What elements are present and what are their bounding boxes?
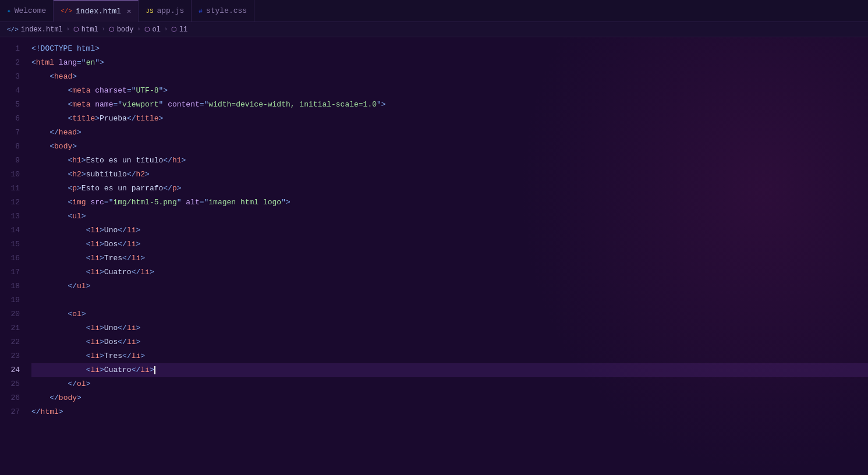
ln-25: 25 bbox=[0, 377, 20, 391]
breadcrumb-ol[interactable]: ⬡ ol bbox=[144, 26, 161, 34]
ln-27: 27 bbox=[0, 405, 20, 419]
ln-8: 8 bbox=[0, 140, 20, 154]
tab-index-html-close[interactable]: ✕ bbox=[127, 7, 131, 16]
tab-style-css-label: style.css bbox=[206, 6, 247, 15]
code-line-5: <meta name="viewport" content="width=dev… bbox=[31, 98, 868, 112]
breadcrumb-body[interactable]: ⬡ body bbox=[109, 26, 134, 34]
tab-bar: ✦ Welcome </> index.html ✕ JS app.js # s… bbox=[0, 0, 868, 22]
code-line-1: <!DOCTYPE html> bbox=[31, 42, 868, 56]
ln-7: 7 bbox=[0, 126, 20, 140]
code-line-17: <li>Cuatro</li> bbox=[31, 265, 868, 279]
code-line-19 bbox=[31, 293, 868, 307]
tab-style-css[interactable]: # style.css bbox=[192, 0, 254, 22]
editor-area: 1 2 3 4 5 6 7 8 9 10 11 12 13 14 15 16 1… bbox=[0, 37, 868, 475]
tab-welcome-label: Welcome bbox=[15, 6, 47, 15]
vscode-icon: ✦ bbox=[7, 7, 11, 15]
breadcrumb-li-tag-icon: ⬡ bbox=[171, 26, 177, 33]
breadcrumb-angle-icon: </> bbox=[7, 26, 19, 33]
breadcrumb-li-label: li bbox=[179, 26, 187, 34]
code-line-20: <ol> bbox=[31, 307, 868, 321]
ln-17: 17 bbox=[0, 265, 20, 279]
tab-index-html-label: index.html bbox=[76, 7, 121, 16]
code-line-18: </ul> bbox=[31, 279, 868, 293]
ln-1: 1 bbox=[0, 42, 20, 56]
code-editor[interactable]: <!DOCTYPE html> <html lang="en"> <head> … bbox=[27, 37, 868, 475]
breadcrumb-html-tag-icon: ⬡ bbox=[73, 26, 79, 33]
ln-26: 26 bbox=[0, 391, 20, 405]
breadcrumb-html[interactable]: ⬡ html bbox=[73, 26, 98, 34]
code-line-13: <ul> bbox=[31, 210, 868, 224]
ln-4: 4 bbox=[0, 84, 20, 98]
breadcrumb-body-tag-icon: ⬡ bbox=[109, 26, 115, 33]
ln-15: 15 bbox=[0, 238, 20, 251]
ln-10: 10 bbox=[0, 168, 20, 182]
code-line-25: </ol> bbox=[31, 377, 868, 391]
js-icon: JS bbox=[146, 8, 153, 15]
tab-welcome[interactable]: ✦ Welcome bbox=[0, 0, 54, 22]
ln-23: 23 bbox=[0, 349, 20, 363]
code-line-26: </body> bbox=[31, 391, 868, 405]
ln-22: 22 bbox=[0, 335, 20, 349]
code-line-3: <head> bbox=[31, 70, 868, 84]
ln-21: 21 bbox=[0, 321, 20, 335]
code-line-2: <html lang="en"> bbox=[31, 56, 868, 70]
css-icon: # bbox=[199, 8, 203, 15]
code-line-10: <h2>subtítulo</h2> bbox=[31, 168, 868, 182]
breadcrumb-body-label: body bbox=[117, 26, 134, 34]
breadcrumb: </> index.html › ⬡ html › ⬡ body › ⬡ ol … bbox=[0, 22, 868, 37]
code-line-22: <li>Dos</li> bbox=[31, 335, 868, 349]
ln-11: 11 bbox=[0, 182, 20, 196]
line-numbers: 1 2 3 4 5 6 7 8 9 10 11 12 13 14 15 16 1… bbox=[0, 37, 27, 475]
breadcrumb-sep-1: › bbox=[66, 26, 70, 33]
tab-app-js-label: app.js bbox=[157, 6, 185, 15]
ln-6: 6 bbox=[0, 112, 20, 126]
code-line-6: <title>Prueba</title> bbox=[31, 112, 868, 126]
code-line-9: <h1>Esto es un título</h1> bbox=[31, 154, 868, 168]
ln-14: 14 bbox=[0, 224, 20, 238]
html-icon: </> bbox=[61, 8, 72, 15]
ln-3: 3 bbox=[0, 70, 20, 84]
code-line-27: </html> bbox=[31, 405, 868, 419]
breadcrumb-sep-3: › bbox=[137, 26, 140, 33]
code-line-7: </head> bbox=[31, 126, 868, 140]
code-line-15: <li>Dos</li> bbox=[31, 238, 868, 251]
breadcrumb-index-html[interactable]: </> index.html bbox=[7, 26, 63, 34]
tab-index-html[interactable]: </> index.html ✕ bbox=[54, 0, 139, 22]
tab-app-js[interactable]: JS app.js bbox=[139, 0, 192, 22]
ln-20: 20 bbox=[0, 307, 20, 321]
code-line-14: <li>Uno</li> bbox=[31, 224, 868, 238]
breadcrumb-sep-4: › bbox=[164, 26, 168, 33]
breadcrumb-sep-2: › bbox=[102, 26, 105, 33]
ln-9: 9 bbox=[0, 154, 20, 168]
code-line-12: <img src="img/html-5.png" alt="imagen ht… bbox=[31, 196, 868, 210]
breadcrumb-html-label: html bbox=[82, 26, 98, 34]
code-line-8: <body> bbox=[31, 140, 868, 154]
code-line-4: <meta charset="UTF-8"> bbox=[31, 84, 868, 98]
ln-2: 2 bbox=[0, 56, 20, 70]
ln-16: 16 bbox=[0, 251, 20, 265]
ln-18: 18 bbox=[0, 279, 20, 293]
code-line-11: <p>Esto es un parrafo</p> bbox=[31, 182, 868, 196]
code-line-21: <li>Uno</li> bbox=[31, 321, 868, 335]
breadcrumb-ol-label: ol bbox=[153, 26, 161, 34]
code-line-23: <li>Tres</li> bbox=[31, 349, 868, 363]
ln-19: 19 bbox=[0, 293, 20, 307]
breadcrumb-index-html-label: index.html bbox=[21, 26, 63, 34]
code-line-16: <li>Tres</li> bbox=[31, 251, 868, 265]
cursor bbox=[154, 366, 155, 374]
ln-24: 24 bbox=[0, 363, 20, 377]
code-line-24: <li>Cuatro</li> bbox=[31, 363, 868, 377]
ln-12: 12 bbox=[0, 196, 20, 210]
ln-5: 5 bbox=[0, 98, 20, 112]
breadcrumb-ol-tag-icon: ⬡ bbox=[144, 26, 150, 33]
breadcrumb-li[interactable]: ⬡ li bbox=[171, 26, 187, 34]
ln-13: 13 bbox=[0, 210, 20, 224]
